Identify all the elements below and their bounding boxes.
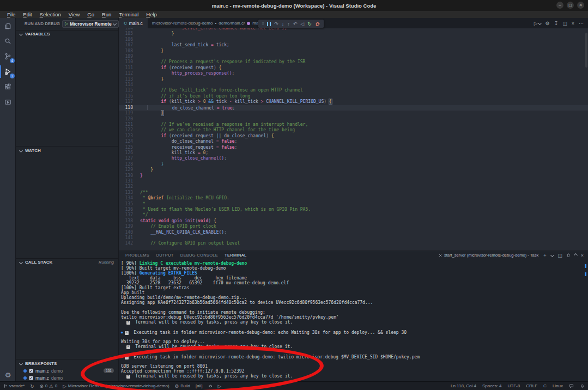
cmake-target-button[interactable]: [all] (196, 383, 202, 388)
breakpoint-checkbox[interactable]: ✓ (29, 369, 33, 373)
explorer-icon[interactable] (0, 19, 16, 33)
menu-item-view[interactable]: View (65, 11, 83, 17)
code-line-134[interactable]: 134 * @brief Initialize the MCU GPIO. (119, 196, 588, 201)
code-line-126[interactable]: 126 kill_tick = 0; (119, 150, 588, 156)
feedback-icon[interactable] (569, 383, 574, 388)
terminal-task-label[interactable]: start_server (microvisor-remote-debug-de… (438, 253, 538, 258)
remote-monitor-icon[interactable] (0, 95, 16, 109)
code-line-119[interactable]: 119 } (119, 111, 588, 116)
panel-tab-problems[interactable]: PROBLEMS (125, 251, 149, 259)
code-line-142[interactable]: 142 // Configure GPIO pin output Level (119, 241, 588, 246)
source-control-icon[interactable]: 4 (0, 49, 16, 64)
split-terminal-icon[interactable]: ◫ (557, 253, 562, 258)
run-or-debug-dropdown-icon[interactable]: ▷ (534, 21, 541, 26)
breadcrumb[interactable]: microvisor-remote-debug-demo • demo/main… (148, 18, 273, 28)
code-line-133[interactable]: 133/** (119, 190, 588, 196)
more-editor-actions-icon[interactable]: ⋯ (579, 21, 584, 26)
code-line-105[interactable]: 105 } (119, 31, 588, 36)
status-item-utf-8[interactable]: UTF-8 (508, 383, 520, 388)
menu-item-run[interactable]: Run (98, 11, 115, 17)
tab-main-c[interactable]: C main.c (119, 18, 148, 28)
maximize-panel-icon[interactable] (574, 253, 578, 257)
code-line-129[interactable]: 129 } (119, 167, 588, 173)
code-editor[interactable]: 104 server_error("Channel handle not zer… (119, 28, 588, 251)
step-into-icon[interactable]: ↓ (282, 21, 284, 27)
code-line-110[interactable]: 110 // Process a request's response if i… (119, 59, 588, 65)
menu-item-help[interactable]: Help (142, 11, 161, 17)
code-line-135[interactable]: 135 * (119, 202, 588, 207)
maximize-button[interactable]: ◻ (567, 2, 574, 9)
breakpoint-row[interactable]: ✓main.cdemo (16, 374, 118, 381)
panel-tab-terminal[interactable]: TERMINAL (225, 251, 246, 259)
restart-icon[interactable]: ↻ (307, 21, 312, 27)
code-line-127[interactable]: 127 http_close_channel(); (119, 156, 588, 161)
code-line-130[interactable]: 130} (119, 173, 588, 179)
code-line-123[interactable]: 123 if (received_request || do_close_cha… (119, 133, 588, 139)
run-and-debug-icon[interactable]: 1 (0, 64, 16, 79)
step-over-icon[interactable]: ↷ (274, 21, 278, 27)
close-editor-icon[interactable]: × (572, 21, 574, 26)
breadcrumb-project[interactable]: microvisor-remote-debug-demo (152, 21, 213, 26)
code-line-125[interactable]: 125 received_request = false; (119, 145, 588, 150)
disconnect-icon[interactable] (315, 21, 320, 27)
watch-header[interactable]: WATCH (16, 147, 118, 154)
code-line-137[interactable]: 137 */ (119, 212, 588, 218)
search-icon[interactable] (0, 34, 16, 48)
breakpoint-checkbox[interactable]: ✓ (29, 376, 33, 380)
code-line-109[interactable]: 109 (119, 54, 588, 59)
close-button[interactable]: ✕ (577, 2, 584, 9)
panel-tab-output[interactable]: OUTPUT (156, 251, 174, 259)
settings-gear-icon[interactable]: ⚙ (545, 21, 550, 26)
code-line-138[interactable]: 138static void gpio_init(void) { (119, 218, 588, 224)
breakpoint-row[interactable]: ✓main.cdemo151 (16, 367, 118, 374)
drag-handle-icon[interactable]: ⠿ (262, 22, 264, 26)
code-line-128[interactable]: 128 } (119, 162, 588, 167)
breakpoints-header[interactable]: BREAKPOINTS (16, 359, 118, 367)
code-line-115[interactable]: 115 // Use 'kill_tick' to force-close an… (119, 88, 588, 93)
code-line-140[interactable]: 140 __HAL_RCC_GPIOA_CLK_ENABLE(); (119, 230, 588, 235)
code-line-136[interactable]: 136 * Used to flash the Nucleo's USER LE… (119, 207, 588, 212)
code-line-121[interactable]: 121 // If we've received a response in a… (119, 122, 588, 127)
status-item-crlf[interactable]: CRLF (526, 383, 537, 388)
call-stack-header[interactable]: CALL STACK Running (16, 259, 118, 266)
menu-item-go[interactable]: Go (83, 11, 98, 17)
code-line-117[interactable]: 117 if (kill_tick > 0 && tick - kill_tic… (119, 99, 588, 105)
code-line-118[interactable]: 118 do_close_channel = true; (119, 105, 588, 111)
terminal-dropdown-icon[interactable] (550, 253, 554, 257)
code-line-114[interactable]: 114 (119, 82, 588, 88)
editor-scrollbar[interactable] (585, 33, 587, 68)
cmake-debug-icon[interactable] (208, 383, 213, 388)
menu-item-edit[interactable]: Edit (19, 11, 35, 17)
reverse-continue-icon[interactable]: ◁ (300, 21, 304, 27)
code-line-106[interactable]: 106 (119, 37, 588, 42)
step-out-icon[interactable]: ↑ (287, 21, 290, 27)
status-item-ln-118-col-4[interactable]: Ln 118, Col 4 (451, 383, 476, 388)
close-panel-icon[interactable]: × (581, 253, 584, 258)
code-line-107[interactable]: 107 last_send_tick = tick; (119, 42, 588, 48)
new-terminal-icon[interactable]: ＋ (542, 252, 547, 259)
run-below-icon[interactable]: ↧ (554, 21, 559, 26)
code-line-108[interactable]: 108 } (119, 48, 588, 54)
menu-item-selection[interactable]: Selection (36, 11, 65, 17)
breadcrumb-path[interactable]: demo/main.c/ (219, 21, 245, 26)
code-line-141[interactable]: 141 (119, 235, 588, 241)
code-line-131[interactable]: 131 (119, 179, 588, 184)
step-back-icon[interactable]: ↶ (293, 21, 298, 27)
code-line-122[interactable]: 122 // we can close the HTTP channel for… (119, 127, 588, 133)
debug-status-item[interactable]: ▷ Microvisor Remote (microvisor-remote-d… (63, 383, 169, 389)
panel-tab-debug-console[interactable]: DEBUG CONSOLE (180, 251, 218, 259)
code-line-132[interactable]: 132 (119, 184, 588, 190)
pause-icon[interactable] (267, 22, 271, 26)
code-line-113[interactable]: 113 } (119, 77, 588, 82)
cmake-launch-icon[interactable]: ▷ (218, 383, 222, 389)
problems-item[interactable]: ⊗ 0 ⚠ 0 (40, 383, 58, 389)
kill-terminal-icon[interactable] (566, 253, 571, 258)
terminal-output[interactable]: [ 96%] Linking C executable mv-remote-de… (119, 259, 588, 381)
status-item-c[interactable]: C (543, 383, 547, 388)
code-line-111[interactable]: 111 if (received_request) { (119, 65, 588, 71)
launch-config-dropdown[interactable]: ▷ Microvisor Remote (62, 20, 119, 28)
code-line-139[interactable]: 139 // Enable GPIO port clock (119, 224, 588, 229)
git-branch-item[interactable]: vscode* (3, 383, 25, 388)
notifications-bell-icon[interactable] (580, 383, 585, 388)
start-debug-icon[interactable]: ▷ (65, 21, 68, 26)
